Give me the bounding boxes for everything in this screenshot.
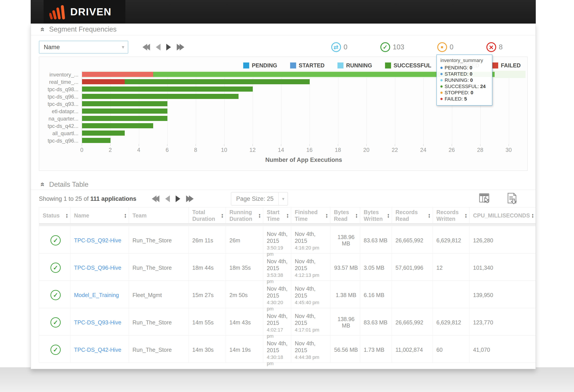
chevron-down-icon: ▾	[122, 44, 124, 50]
triangle-left-icon	[156, 44, 161, 50]
axis-tick-label: 26	[449, 147, 455, 153]
chart-bar-row[interactable]: na_quarter...	[82, 115, 526, 122]
legend-item-started: STARTED	[290, 62, 325, 69]
failed-status-icon: ×	[486, 42, 496, 52]
chart-bar-row[interactable]: all_quartl...	[82, 129, 526, 137]
column-header-finished[interactable]: Finished Time↕	[291, 207, 330, 224]
axis-tick-label: 2	[109, 147, 112, 153]
last-page-button[interactable]	[186, 195, 194, 202]
tooltip-item-successful: SUCCESSFUL:24	[440, 83, 489, 90]
application-link[interactable]: TPC-DS_Q92-Hive	[74, 237, 127, 244]
column-header-total_duration[interactable]: Total Duration↕	[188, 207, 226, 224]
bar-stack	[82, 72, 495, 77]
export-download-icon[interactable]	[506, 192, 519, 206]
last-page-button[interactable]	[177, 44, 184, 50]
tooltip-items: PENDING:0STARTED:0RUNNING:0SUCCESSFUL:24…	[440, 65, 489, 102]
tooltip-bullet-icon	[440, 67, 443, 69]
table-cell-total_duration: 14m 55s	[188, 308, 226, 335]
cell-date: Nov 4th, 2015	[295, 230, 328, 244]
column-header-name[interactable]: Name↕	[70, 207, 129, 224]
sort-icon[interactable]: ↕	[530, 212, 534, 219]
category-label: real_time_...	[41, 79, 79, 85]
sort-icon[interactable]: ↕	[285, 212, 289, 219]
column-header-label: Finished Time	[295, 209, 324, 222]
column-header-status[interactable]: Status↕	[39, 207, 70, 224]
bar-segment-failed	[82, 79, 125, 84]
tooltip-item-label: RUNNING:	[445, 77, 469, 83]
column-header-records_read[interactable]: Records Read↕	[392, 207, 433, 224]
column-header-label: Bytes Written	[364, 209, 386, 222]
table-cell-team: Fleet_Mgmt	[129, 281, 188, 308]
table-cell-records_written: 6,629,812	[433, 226, 469, 253]
tooltip-item-started: STARTED:0	[440, 71, 489, 77]
application-link[interactable]: TPC-DS_Q42-Hive	[74, 347, 127, 353]
table-cell-total_duration: 18m 44s	[188, 253, 226, 281]
table-cell-team: Run_The_Store	[129, 308, 188, 335]
sort-icon[interactable]: ↕	[426, 212, 431, 219]
sort-icon[interactable]: ↕	[219, 212, 224, 219]
legend-swatch-icon	[290, 62, 296, 68]
legend-item-pending: PENDING	[243, 62, 277, 69]
collapse-section-icon[interactable]: «	[39, 25, 47, 33]
category-label: tpc-ds_q93...	[41, 101, 79, 107]
chart-tooltip: inventory_summary PENDING:0STARTED:0RUNN…	[436, 55, 492, 106]
tooltip-item-label: PENDING:	[445, 65, 468, 71]
table-cell-start: Nov 4th, 20153:50:19 pm	[263, 226, 291, 253]
tooltip-bullet-icon	[440, 85, 443, 88]
application-link[interactable]: TPC-DS_Q96-Hive	[74, 265, 127, 271]
sort-icon[interactable]: ↕	[386, 212, 390, 219]
sort-icon[interactable]: ↕	[324, 212, 328, 219]
sort-icon[interactable]: ↕	[257, 212, 261, 219]
column-chooser-icon[interactable]	[479, 192, 492, 206]
sort-icon[interactable]: ↕	[123, 212, 127, 219]
sort-icon[interactable]: ↕	[463, 212, 468, 219]
chart-x-axis-label: Number of App Executions	[82, 157, 526, 164]
driven-logo[interactable]: DRIVEN	[43, 0, 125, 23]
chart-bar-row[interactable]: etl-datapr...	[82, 107, 526, 115]
sort-icon[interactable]: ↕	[354, 212, 358, 219]
table-cell-bytes_read: 138.96 MB	[330, 226, 360, 253]
column-header-records_written[interactable]: Records Written↕	[433, 207, 469, 224]
column-header-bytes_written[interactable]: Bytes Written↕	[360, 207, 392, 224]
column-header-bytes_read[interactable]: Bytes Read↕	[330, 207, 360, 224]
table-pager	[152, 195, 194, 202]
cell-date: Nov 4th, 2015	[295, 285, 328, 299]
axis-tick	[281, 144, 281, 146]
next-page-button[interactable]	[166, 44, 171, 50]
prev-page-button[interactable]	[156, 44, 161, 50]
axis-tick-label: 14	[278, 147, 284, 153]
column-header-team[interactable]: Team	[129, 207, 188, 224]
column-header-cpu_milliseconds[interactable]: CPU_MILLISECONDS↕	[469, 207, 536, 224]
application-link[interactable]: TPC-DS_Q93-Hive	[74, 319, 127, 326]
category-label: inventory_...	[41, 72, 79, 78]
table-cell-records_read: 26,665,992	[392, 308, 433, 335]
column-header-running_duration[interactable]: Running Duration↕	[226, 207, 263, 224]
table-cell-start: Nov 4th, 20154:02:17 pm	[263, 308, 291, 335]
page-bottom-background	[0, 367, 574, 392]
page-size-select[interactable]: Page Size: 25 ▾	[231, 192, 288, 206]
tooltip-item-value: 0	[470, 71, 472, 77]
category-label: tpc-ds_q96...	[41, 94, 79, 100]
first-page-button[interactable]	[143, 44, 150, 50]
chart-pager	[143, 44, 184, 50]
triangle-left-icon	[155, 195, 159, 202]
first-page-button[interactable]	[152, 195, 159, 202]
chart-bar-row[interactable]: tpc-ds_q42...	[82, 122, 526, 129]
column-header-start[interactable]: Start Time↕	[263, 207, 291, 224]
page-size-value: Page Size: 25	[231, 192, 278, 205]
table-cell-running_duration: 2m 50s	[226, 281, 263, 308]
axis-tick-label: 20	[363, 147, 369, 153]
legend-label: STARTED	[299, 62, 325, 69]
bar-stack	[82, 138, 110, 143]
name-filter-select[interactable]: Name ▾	[39, 41, 128, 54]
bar-segment-successful	[82, 86, 253, 92]
chart-bar-row[interactable]: tpc-ds_q96...	[82, 137, 526, 144]
prev-page-button[interactable]	[165, 195, 170, 202]
legend-label: FAILED	[501, 62, 521, 69]
collapse-section-icon[interactable]: «	[39, 181, 47, 188]
bar-stack	[82, 101, 167, 106]
legend-swatch-icon	[385, 62, 391, 68]
application-link[interactable]: Model_E_Training	[74, 292, 127, 298]
sort-icon[interactable]: ↕	[64, 212, 68, 219]
next-page-button[interactable]	[176, 195, 180, 202]
